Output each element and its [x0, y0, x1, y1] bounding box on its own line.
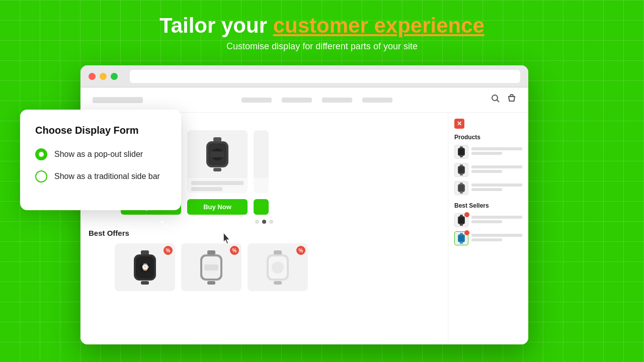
svg-rect-26 [207, 250, 215, 255]
sale-card-1: % ⌚ [115, 243, 175, 291]
svg-rect-31 [204, 264, 218, 270]
dot-3[interactable] [269, 220, 273, 224]
sidebar-close-area: ✕ [454, 119, 522, 129]
svg-rect-23 [141, 281, 149, 285]
svg-point-0 [492, 95, 498, 101]
best-offers-title: Best Offers [89, 229, 440, 237]
buy-now-btn-2[interactable]: Buy Now [187, 199, 248, 215]
sale-badge-2: % [230, 246, 239, 255]
svg-rect-14 [213, 137, 221, 142]
svg-rect-48 [460, 192, 463, 194]
svg-rect-51 [459, 217, 464, 223]
svg-rect-52 [460, 224, 463, 226]
carousel-dots [89, 220, 440, 224]
sidebar-close-btn[interactable]: ✕ [454, 119, 464, 129]
radio-option-popup[interactable]: Show as a pop-out slider [35, 148, 166, 160]
sidebar-sale-info-1 [471, 216, 522, 225]
search-icon[interactable] [491, 94, 500, 106]
sidebar-sale-item-1 [454, 213, 522, 227]
sale-card-3: % [248, 243, 308, 291]
radio-option-sidebar[interactable]: Show as a traditional side bar [35, 170, 166, 183]
sidebar-item-3 [454, 181, 522, 195]
dot-1[interactable] [255, 220, 259, 224]
sale-badge-3: % [296, 246, 305, 255]
nav-link-4 [362, 98, 392, 103]
sidebar-product-info-1 [471, 147, 522, 156]
radio-circle-popup[interactable] [35, 148, 47, 160]
product-card-2 [187, 130, 248, 193]
nav-logo [93, 97, 143, 103]
svg-rect-29 [207, 281, 215, 285]
nav-icons [491, 94, 516, 106]
nav-link-3 [322, 98, 352, 103]
traffic-light-green[interactable] [111, 73, 118, 80]
panel-title: Choose Display Form [35, 125, 166, 136]
svg-rect-39 [459, 149, 464, 155]
svg-rect-40 [460, 155, 463, 157]
sidebar-product-info-3 [471, 184, 522, 193]
svg-rect-47 [459, 185, 464, 191]
traffic-light-yellow[interactable] [100, 73, 107, 80]
product-price-2 [191, 187, 222, 191]
sidebar-item-1 [454, 145, 522, 159]
sale-badge-1: % [164, 246, 173, 255]
sidebar-best-sellers-title: Best Sellers [454, 202, 522, 209]
title-highlight: customer experience [273, 14, 485, 37]
svg-rect-44 [460, 173, 463, 175]
sale-badge-dot-2 [464, 230, 469, 235]
title-start: Tailor your [159, 14, 273, 37]
dot-2[interactable] [262, 220, 266, 224]
sidebar-products-title: Products [454, 134, 522, 141]
product-card-3-partial [254, 130, 269, 193]
svg-rect-19 [210, 151, 224, 157]
svg-rect-32 [274, 250, 282, 255]
radio-label-sidebar: Show as a traditional side bar [54, 172, 160, 181]
sidebar-item-2 [454, 163, 522, 177]
svg-rect-43 [459, 167, 464, 173]
sidebar-sale-info-2 [471, 234, 522, 243]
sidebar-watch-1 [454, 145, 468, 159]
svg-point-36 [272, 261, 284, 274]
svg-rect-35 [274, 281, 282, 285]
right-sidebar: ✕ Products [448, 113, 528, 344]
browser-titlebar [80, 65, 528, 87]
sidebar-watch-2 [454, 163, 468, 177]
sidebar-watch-3 [454, 181, 468, 195]
nav-links [153, 98, 481, 103]
product-img-2 [187, 130, 248, 178]
subtitle: Customise display for different parts of… [0, 41, 644, 52]
sidebar-sale-item-2 [454, 231, 522, 245]
svg-rect-17 [213, 168, 221, 171]
nav-link-1 [242, 98, 272, 103]
display-form-panel: Choose Display Form Show as a pop-out sl… [20, 110, 181, 210]
radio-circle-sidebar[interactable] [35, 170, 47, 183]
main-title: Tailor your customer experience [0, 14, 644, 37]
svg-rect-56 [460, 242, 463, 244]
product-name-2 [191, 181, 244, 185]
buy-now-btn-3-partial [254, 199, 269, 215]
sale-badge-dot-1 [464, 212, 469, 217]
traffic-light-red[interactable] [89, 73, 96, 80]
svg-rect-20 [141, 250, 149, 255]
svg-text:⌚: ⌚ [141, 263, 150, 272]
dashed-arrow [156, 216, 226, 246]
address-bar[interactable] [130, 70, 520, 83]
header: Tailor your customer experience Customis… [0, 0, 644, 60]
bag-icon[interactable] [507, 94, 516, 106]
product-info-2 [187, 178, 248, 193]
radio-label-popup: Show as a pop-out slider [54, 150, 143, 159]
svg-line-1 [497, 100, 500, 103]
svg-rect-55 [459, 235, 464, 241]
nav-link-2 [282, 98, 312, 103]
sale-row: % ⌚ % [89, 243, 440, 291]
sidebar-best-sellers: Best Sellers [454, 202, 522, 245]
site-nav [80, 87, 528, 113]
sale-card-2: % [181, 243, 242, 291]
sidebar-product-info-2 [471, 165, 522, 174]
